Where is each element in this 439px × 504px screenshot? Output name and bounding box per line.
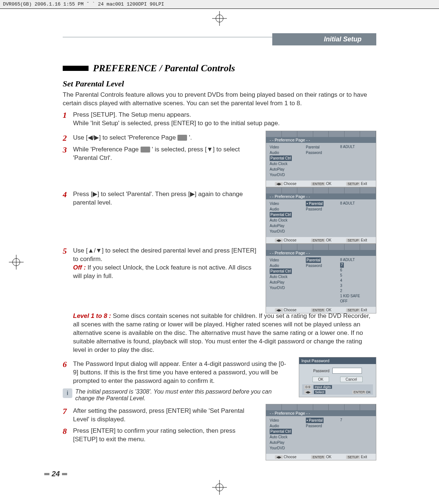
heading-bar <box>63 66 89 71</box>
menu-item: Audio <box>270 423 303 429</box>
note-row: i The initial password is '3308'. You mu… <box>63 388 291 402</box>
level-4: 4 <box>340 278 372 283</box>
step-number: 2 <box>63 134 73 143</box>
password-ok-button[interactable]: OK <box>312 377 329 382</box>
screenshot-preference-3: - - Preference Page - - Video Audio Pare… <box>266 244 376 313</box>
password-dialog: Input Password Password OK Cancel 0-9Inp… <box>299 357 376 397</box>
level-7-selected: 7 <box>340 263 344 268</box>
menu-header: - - Preference Page - - <box>266 193 376 199</box>
menu-item: Auto Clock <box>270 274 303 280</box>
step-2: 2 Use [◀/▶] to select 'Preference Page '… <box>63 134 261 143</box>
level-off: OFF <box>340 299 372 304</box>
step-1: 1 Press [SETUP]. The Setup menu appears.… <box>63 111 376 128</box>
step-3: 3 While 'Preference Page ' is selected, … <box>63 145 261 162</box>
print-header: DVR065(GB) 2006.1.16 1:55 PM ˘ ` 24 mac0… <box>0 0 439 9</box>
submenu-password: Password <box>306 150 337 155</box>
step-5-continued: Level 1 to 8 : Some discs contain scenes… <box>63 312 376 354</box>
preference-icon <box>141 147 150 152</box>
submenu-parental-selected: Parental <box>309 202 322 206</box>
step-8: 8 Press [ENTER] to confirm your rating s… <box>63 427 261 444</box>
step-number: 6 <box>63 360 73 369</box>
level-8: 8 ADULT <box>340 257 372 263</box>
menu-item: Video <box>270 418 303 423</box>
bar-choose: Choose <box>284 455 296 459</box>
level-3: 3 <box>340 283 372 288</box>
bar-exit: Exit <box>361 455 367 459</box>
level-label: Level 1 to 8 : <box>73 312 111 319</box>
step-6-text: The Password Input dialog will appear. E… <box>73 360 291 385</box>
menu-item: AutoPlay <box>270 167 303 172</box>
step-1-line-b: While 'Init Setup' is selected, press [E… <box>73 119 376 128</box>
step-5: 5 Use [▲/▼] to select the desired parent… <box>63 247 261 281</box>
password-field[interactable] <box>332 368 362 374</box>
submenu-parental-selected: Parental <box>309 418 322 422</box>
step-6: 6 The Password Input dialog will appear.… <box>63 360 291 385</box>
menu-item: Audio <box>270 150 303 155</box>
menu-item: AutoPlay <box>270 440 303 445</box>
content-area: PREFERENCE / Parental Controls Set Paren… <box>63 63 376 460</box>
step-2-text-a: Use [◀/▶] to select 'Preference Page <box>73 134 177 141</box>
menu-item: AutoPlay <box>270 223 303 229</box>
bar-exit: Exit <box>361 238 367 242</box>
menu-item: Audio <box>270 206 303 212</box>
step-number: 7 <box>63 407 73 416</box>
menu-item: YourDVD <box>270 445 303 451</box>
step-number: 1 <box>63 111 73 120</box>
submenu-parental-selected: Parental <box>306 257 321 263</box>
info-icon: i <box>63 388 72 398</box>
menu-header: - - Preference Page - - <box>266 410 376 416</box>
screenshot-preference-4: - - Preference Page - - Video Audio Pare… <box>266 404 376 460</box>
pw-hint-ok: OK <box>366 390 371 394</box>
bar-exit: Exit <box>361 308 367 312</box>
submenu-password: Password <box>306 206 337 212</box>
bar-ok: OK <box>326 455 331 459</box>
menu-item: Video <box>270 257 303 263</box>
menu-item: Video <box>270 201 303 206</box>
step-number: 8 <box>63 427 73 436</box>
pw-hint-select: Select <box>314 390 325 394</box>
submenu-password: Password <box>306 423 337 429</box>
submenu-password: Password <box>306 263 337 268</box>
password-label: Password <box>313 369 329 373</box>
menu-item-selected: Parental Ctrl <box>270 429 292 434</box>
menu-item: AutoPlay <box>270 280 303 285</box>
level-6: 6 <box>340 268 372 273</box>
password-title: Input Password <box>299 357 376 364</box>
menu-item: Video <box>270 144 303 150</box>
section-heading-row: PREFERENCE / Parental Controls <box>63 63 376 74</box>
bar-ok: OK <box>326 238 331 242</box>
level-5: 5 <box>340 273 372 278</box>
pw-hint-input: Input digits <box>314 385 332 389</box>
bar-ok: OK <box>326 308 331 312</box>
bar-exit: Exit <box>361 182 367 186</box>
menu-item-selected: Parental Ctrl <box>270 155 292 161</box>
preference-icon <box>177 135 187 141</box>
menu-item-selected: Parental Ctrl <box>270 212 292 217</box>
chapter-title: Initial Setup <box>272 33 376 45</box>
step-number: 4 <box>63 190 73 199</box>
bar-choose: Choose <box>284 308 296 312</box>
bar-choose: Choose <box>284 238 296 242</box>
step-7-text: After setting the password, press [ENTER… <box>73 407 261 424</box>
page-frame: Initial Setup PREFERENCE / Parental Cont… <box>18 26 421 489</box>
menu-item: Auto Clock <box>270 161 303 167</box>
submenu-parental: Parental <box>306 144 337 150</box>
level-2: 2 <box>340 288 372 294</box>
menu-item: YourDVD <box>270 229 303 234</box>
step-number: 3 <box>63 145 73 154</box>
menu-header: - - Preference Page - - <box>266 250 376 256</box>
level-1: 1 KID SAFE <box>340 294 372 299</box>
note-text: The initial password is '3308'. You must… <box>75 388 291 402</box>
menu-item: Auto Clock <box>270 434 303 440</box>
step-4: 4 Press [▶] to select 'Parental'. Then p… <box>63 190 261 207</box>
value-adult: 8 ADULT <box>340 144 372 150</box>
step-8-text: Press [ENTER] to confirm your rating sel… <box>73 427 261 444</box>
step-1-line-a: Press [SETUP]. The Setup menu appears. <box>73 111 376 119</box>
step-2-text-b: '. <box>189 134 192 141</box>
value-level-7: 7 <box>340 418 372 423</box>
password-cancel-button[interactable]: Cancel <box>340 377 363 382</box>
value-adult: 8 ADULT <box>340 201 372 206</box>
step-7: 7 After setting the password, press [ENT… <box>63 407 261 424</box>
intro-text: The Parental Controls feature allows you… <box>63 91 376 108</box>
menu-item-selected: Parental Ctrl <box>270 268 292 274</box>
